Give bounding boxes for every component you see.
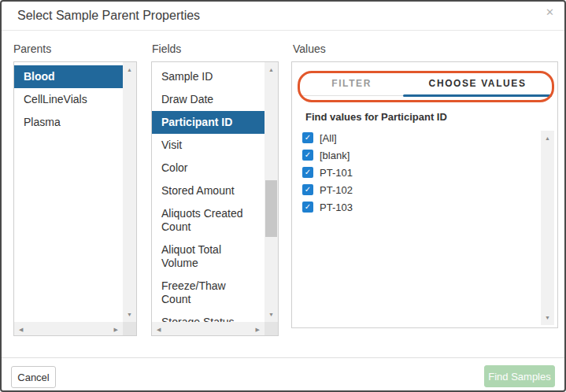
option-label: [All] — [320, 132, 337, 144]
scroll-down-icon[interactable]: ▼ — [127, 312, 132, 317]
scrollbar-corner — [123, 322, 136, 335]
values-tab-strip: FILTER CHOOSE VALUES — [300, 72, 552, 96]
checkbox-checked-icon[interactable]: ✓ — [302, 184, 313, 195]
fields-item-stored-amount[interactable]: Stored Amount — [152, 179, 265, 202]
option-label: [blank] — [320, 150, 350, 161]
values-vertical-scrollbar[interactable]: ▲ ▼ — [541, 131, 554, 325]
value-option-all[interactable]: ✓ [All] — [302, 129, 531, 146]
scroll-left-icon[interactable]: ◀ — [157, 326, 161, 331]
values-panel: FILTER CHOOSE VALUES Find values for Par… — [291, 61, 558, 328]
parents-item-plasma[interactable]: Plasma — [14, 111, 123, 134]
fields-item-freeze-thaw-count[interactable]: Freeze/Thaw Count — [152, 275, 265, 311]
values-heading: Find values for Participant ID — [305, 111, 447, 123]
fields-label: Fields — [152, 43, 181, 55]
scroll-down-icon[interactable]: ▼ — [268, 312, 274, 317]
fields-vertical-scrollbar[interactable]: ▲ ▼ — [265, 62, 278, 322]
value-option-pt-102[interactable]: ✓ PT-102 — [302, 181, 531, 198]
dialog-footer: Cancel Find Samples — [2, 357, 564, 392]
fields-list: Sample ID Draw Date Participant ID Visit… — [152, 62, 265, 322]
select-sample-parent-properties-dialog: Select Sample Parent Properties ✕ Parent… — [0, 0, 566, 392]
option-label: PT-103 — [320, 202, 353, 213]
fields-item-participant-id[interactable]: Participant ID — [152, 111, 265, 134]
scroll-left-icon[interactable]: ◀ — [19, 326, 23, 331]
fields-item-sample-id[interactable]: Sample ID — [152, 65, 265, 88]
values-option-list: ✓ [All] ✓ [blank] ✓ PT-101 ✓ PT-102 ✓ PT… — [302, 129, 531, 216]
scroll-up-icon[interactable]: ▲ — [268, 67, 274, 72]
parents-list: Blood CellLineVials Plasma — [14, 62, 123, 322]
value-option-pt-103[interactable]: ✓ PT-103 — [302, 198, 531, 216]
fields-item-aliquot-total-volume[interactable]: Aliquot Total Volume — [152, 239, 265, 275]
fields-item-aliquots-created-count[interactable]: Aliquots Created Count — [152, 202, 265, 239]
value-option-blank[interactable]: ✓ [blank] — [302, 146, 531, 164]
checkbox-checked-icon[interactable]: ✓ — [302, 150, 313, 161]
scrollbar-corner — [265, 322, 278, 335]
scroll-down-icon[interactable]: ▼ — [545, 315, 550, 320]
dialog-header: Select Sample Parent Properties ✕ — [2, 2, 564, 31]
parents-vertical-scrollbar[interactable]: ▲ ▼ — [123, 62, 136, 322]
parents-listbox: Blood CellLineVials Plasma ▲ ▼ ◀ ▶ — [13, 61, 137, 336]
option-label: PT-101 — [320, 167, 353, 179]
find-samples-button[interactable]: Find Samples — [484, 365, 555, 387]
scroll-up-icon[interactable]: ▲ — [545, 135, 550, 141]
checkbox-checked-icon[interactable]: ✓ — [302, 132, 313, 143]
parents-item-blood[interactable]: Blood — [14, 65, 123, 88]
scrollbar-thumb[interactable] — [265, 180, 277, 237]
fields-item-draw-date[interactable]: Draw Date — [152, 88, 265, 111]
parents-label: Parents — [13, 43, 51, 55]
parents-horizontal-scrollbar[interactable]: ◀ ▶ — [14, 322, 123, 335]
values-label: Values — [293, 43, 326, 55]
cancel-button[interactable]: Cancel — [11, 366, 56, 388]
checkbox-checked-icon[interactable]: ✓ — [302, 202, 313, 213]
dialog-title: Select Sample Parent Properties — [17, 9, 200, 23]
tab-choose-values[interactable]: CHOOSE VALUES — [403, 72, 552, 95]
scroll-up-icon[interactable]: ▲ — [127, 67, 132, 72]
fields-item-color[interactable]: Color — [152, 157, 265, 179]
parents-item-celllinevials[interactable]: CellLineVials — [14, 88, 123, 111]
fields-horizontal-scrollbar[interactable]: ◀ ▶ — [152, 322, 265, 335]
scroll-right-icon[interactable]: ▶ — [256, 326, 260, 331]
close-icon[interactable]: ✕ — [546, 7, 554, 17]
checkbox-checked-icon[interactable]: ✓ — [302, 167, 313, 178]
option-label: PT-102 — [320, 184, 353, 196]
value-option-pt-101[interactable]: ✓ PT-101 — [302, 164, 531, 181]
tab-filter[interactable]: FILTER — [300, 72, 403, 95]
fields-item-storage-status[interactable]: Storage Status — [152, 311, 265, 322]
fields-item-visit[interactable]: Visit — [152, 134, 265, 157]
fields-listbox: Sample ID Draw Date Participant ID Visit… — [151, 61, 279, 336]
scroll-right-icon[interactable]: ▶ — [114, 326, 118, 331]
